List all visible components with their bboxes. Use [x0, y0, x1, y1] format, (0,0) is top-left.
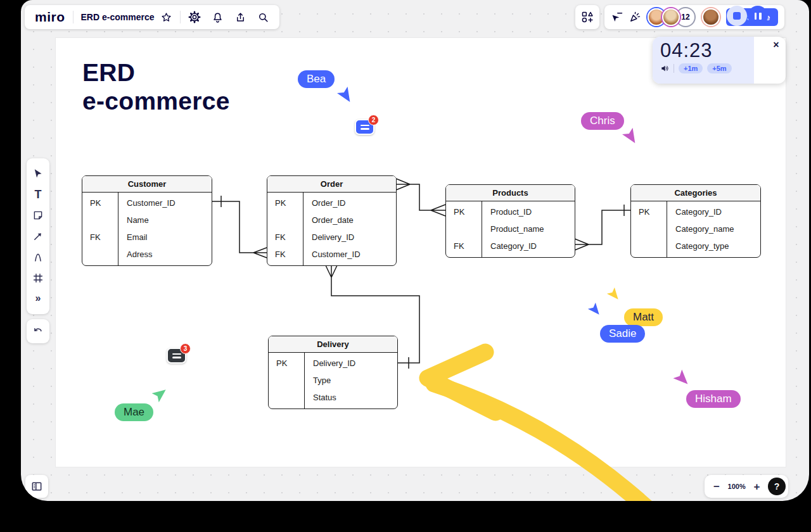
connector-tool-button[interactable] — [29, 227, 48, 246]
zoom-in-button[interactable]: + — [753, 481, 760, 492]
export-upload-icon[interactable] — [234, 11, 246, 23]
cursor-label-mae: Mae — [115, 403, 153, 421]
erd-key-cell: FK — [267, 232, 303, 242]
board-title-text[interactable]: ERD e-commerce — [82, 58, 230, 115]
erd-row: FKEmail — [82, 229, 212, 246]
erd-table-delivery[interactable]: DeliveryPKDelivery_IDTypeStatus — [268, 336, 398, 409]
board-name[interactable]: ERD e-commerce — [81, 12, 155, 22]
notifications-bell-icon[interactable] — [211, 11, 224, 23]
erd-attr-cell: Delivery_ID — [303, 232, 354, 242]
erd-table-customer[interactable]: CustomerPKCustomer_IDNameFKEmailAdress — [82, 175, 212, 266]
more-tools-button[interactable]: » — [29, 289, 48, 308]
erd-attr-cell: Category_ID — [667, 207, 722, 217]
zoom-out-button[interactable]: − — [713, 481, 720, 492]
search-icon[interactable] — [257, 11, 269, 23]
comment-marker[interactable]: 2 — [355, 119, 374, 135]
comment-count-badge: 2 — [368, 115, 379, 125]
erd-attr-cell: Category_ID — [482, 241, 537, 251]
erd-attr-cell: Delivery_ID — [304, 358, 355, 368]
undo-bar — [27, 319, 49, 343]
erd-table-products[interactable]: ProductsPKProduct_IDProduct_nameFKCatego… — [445, 184, 575, 258]
erd-row: FKCategory_ID — [446, 238, 575, 255]
timer-sound-icon[interactable] — [660, 64, 669, 73]
zoom-bar: − 100% + ? — [705, 475, 788, 498]
collaborator-avatar[interactable] — [662, 8, 680, 26]
erd-row: FKCustomer_ID — [267, 246, 396, 263]
erd-row: Category_type — [631, 238, 760, 255]
divider — [674, 64, 674, 73]
timer-stop-button[interactable] — [727, 6, 747, 26]
reactions-icon[interactable] — [629, 11, 641, 23]
divider — [180, 11, 181, 23]
avatar-facepile: 12 — [648, 8, 694, 26]
erd-table-order[interactable]: OrderPKOrder_IDOrder_dateFKDelivery_IDFK… — [267, 175, 397, 266]
erd-row: PKDelivery_ID — [269, 355, 397, 372]
pause-icon — [755, 13, 757, 20]
erd-row: Category_name — [631, 220, 760, 238]
erd-row: PKProduct_ID — [446, 203, 575, 220]
erd-attr-cell: Status — [304, 393, 336, 402]
erd-table-body: PKCategory_IDCategory_nameCategory_type — [631, 201, 760, 257]
comment-icon — [172, 353, 181, 355]
header-bar: miro ERD e-commerce — [25, 5, 279, 29]
timer-pause-button[interactable] — [748, 6, 768, 26]
timer-add-5m-button[interactable]: +5m — [707, 63, 731, 73]
erd-attr-cell: Category_type — [667, 241, 729, 251]
erd-attr-cell: Customer_ID — [118, 198, 176, 208]
erd-table-name: Customer — [82, 176, 212, 193]
timer-close-button[interactable]: × — [770, 39, 782, 51]
erd-table-name: Products — [446, 185, 575, 201]
erd-attr-cell: Category_name — [667, 224, 734, 234]
apps-shapes-button[interactable] — [575, 5, 599, 29]
erd-row: Product_name — [446, 220, 575, 238]
undo-button[interactable] — [29, 322, 48, 341]
cursor-label-chris: Chris — [581, 112, 624, 130]
cursor-label-matt: Matt — [624, 308, 663, 326]
erd-key-cell: PK — [446, 207, 482, 217]
erd-attr-cell: Order_ID — [303, 198, 345, 208]
settings-gear-icon[interactable] — [188, 11, 201, 23]
erd-key-cell: PK — [82, 198, 118, 208]
timer-add-1m-button[interactable]: +1m — [679, 63, 703, 73]
help-button[interactable]: ? — [768, 478, 786, 495]
zoom-level[interactable]: 100% — [728, 483, 746, 490]
arrow-connector-icon — [32, 231, 44, 242]
collaborator-cursors-icon[interactable] — [611, 11, 623, 23]
current-user-avatar[interactable] — [702, 8, 720, 26]
erd-table-body: PKProduct_IDProduct_nameFKCategory_ID — [446, 201, 575, 257]
star-favorite-icon[interactable] — [160, 11, 172, 23]
erd-row: Status — [269, 389, 397, 406]
erd-attr-cell: Email — [118, 232, 148, 242]
erd-key-cell: FK — [446, 241, 482, 251]
frame-tool-button[interactable] — [29, 269, 48, 288]
erd-row: Adress — [82, 246, 212, 263]
miro-app-window: ERD e-commerce CustomerPKCustomer_IDName… — [21, 0, 809, 501]
erd-attr-cell: Type — [304, 376, 331, 385]
erd-key-cell: FK — [82, 232, 118, 242]
erd-attr-cell: Product_ID — [482, 207, 532, 217]
comment-count-badge: 3 — [180, 343, 191, 354]
erd-table-categories[interactable]: CategoriesPKCategory_IDCategory_nameCate… — [630, 184, 761, 258]
erd-row: FKDelivery_ID — [267, 229, 396, 246]
stop-icon — [733, 12, 741, 20]
cursor-label-sadie: Sadie — [600, 325, 645, 343]
frames-panel-button[interactable] — [25, 475, 48, 498]
divider — [73, 11, 73, 23]
erd-row: PKCustomer_ID — [82, 194, 212, 212]
miro-logo[interactable]: miro — [35, 10, 65, 25]
sticky-note-tool-button[interactable] — [29, 206, 48, 225]
erd-attr-cell: Name — [118, 215, 149, 225]
cursor-label-bea: Bea — [298, 70, 335, 88]
erd-table-body: PKDelivery_IDTypeStatus — [269, 353, 397, 408]
creation-toolbar: T » — [27, 158, 49, 314]
pen-tool-button[interactable] — [29, 248, 48, 267]
erd-key-cell: PK — [267, 198, 303, 208]
select-tool-button[interactable] — [29, 164, 48, 183]
erd-table-name: Delivery — [269, 336, 397, 353]
comment-marker[interactable]: 3 — [167, 348, 186, 364]
erd-key-cell: PK — [631, 207, 667, 217]
timer-time: 04:23 — [660, 39, 713, 62]
erd-key-cell: PK — [269, 358, 304, 368]
board-title-line2: e-commerce — [82, 87, 230, 115]
text-tool-button[interactable]: T — [29, 185, 48, 204]
